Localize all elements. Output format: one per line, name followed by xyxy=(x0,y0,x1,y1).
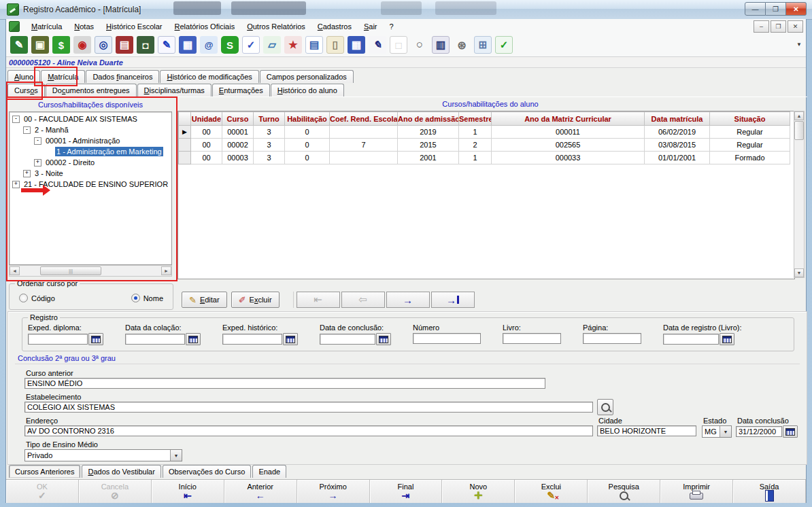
data-colacao-input[interactable] xyxy=(125,334,185,345)
cell[interactable]: 002565 xyxy=(492,139,645,152)
toolbar-overflow-icon[interactable]: ▼ xyxy=(796,41,802,48)
lupa-icon[interactable]: ○ xyxy=(411,36,428,54)
cell[interactable]: 1 xyxy=(459,126,492,139)
editar-button[interactable]: ✎ Editar xyxy=(182,292,227,308)
scroll-right-icon[interactable]: ► xyxy=(161,266,171,275)
cell[interactable]: 00 xyxy=(191,152,222,164)
documento-pesquisa-icon[interactable]: ◎ xyxy=(95,36,112,54)
window-minimize-button[interactable]: — xyxy=(745,2,766,16)
nav-next-record-button[interactable]: → xyxy=(386,292,430,308)
menu-ajuda[interactable]: ? xyxy=(384,20,400,33)
mdi-close-button[interactable]: ✕ xyxy=(788,20,803,33)
window-maximize-button[interactable]: ❐ xyxy=(766,2,786,16)
nav-last-record-button[interactable]: → xyxy=(431,292,475,308)
tree-node-direito[interactable]: + 00002 - Direito xyxy=(10,157,171,168)
engrenagens-icon[interactable]: ⊛ xyxy=(453,36,471,54)
window-titlebar[interactable]: Registro Acadêmico - [Matrícula] — ❐ ✕ xyxy=(0,0,812,20)
estabelecimento-input[interactable] xyxy=(24,402,593,413)
scroll-up-icon[interactable]: ▲ xyxy=(794,111,804,120)
imprimir-button[interactable]: Imprimir xyxy=(660,480,733,503)
radio-nome[interactable]: Nome xyxy=(131,294,163,302)
cell[interactable]: 2001 xyxy=(398,152,459,164)
cell[interactable]: 2015 xyxy=(398,139,459,152)
tree-node-administracao[interactable]: - 00001 - Administração xyxy=(10,135,171,146)
tab-dados-vestibular[interactable]: Dados do Vestibular xyxy=(82,465,160,478)
tab-enade[interactable]: Enade xyxy=(252,465,286,478)
tree-node-manha[interactable]: - 2 - Manhã xyxy=(10,124,171,135)
tree-horizontal-scrollbar[interactable]: ◄ ||| ► xyxy=(9,265,172,277)
endereco-input[interactable] xyxy=(24,425,593,436)
agenda-grade-icon[interactable]: ▦ xyxy=(348,36,365,54)
data-conclusao-input[interactable] xyxy=(320,334,375,345)
cell[interactable]: 2 xyxy=(459,139,492,152)
radio-checked-icon[interactable] xyxy=(131,294,140,302)
calendar-icon[interactable] xyxy=(186,333,201,345)
col-coef-rend-escolar[interactable]: Coef. Rend. Escolar xyxy=(330,112,398,126)
cell[interactable]: 3 xyxy=(254,139,285,152)
tab-matricula[interactable]: Matrícula xyxy=(41,70,85,83)
col-turno[interactable]: Turno xyxy=(254,112,285,126)
col-ano-admissao[interactable]: Ano de admissão xyxy=(398,112,459,126)
cell[interactable]: Regular xyxy=(710,126,790,139)
chevron-down-icon[interactable]: ▼ xyxy=(170,450,182,461)
ok-button[interactable]: OK ✓ xyxy=(6,480,79,503)
tab-campos-personalizados[interactable]: Campos personalizados xyxy=(260,70,354,83)
menu-notas[interactable]: Notas xyxy=(68,20,100,33)
tab-enturmacoes[interactable]: Enturmações xyxy=(212,84,270,97)
col-data-matricula[interactable]: Data matrícula xyxy=(645,112,710,126)
tree-expand-icon[interactable]: + xyxy=(12,181,20,188)
anterior-button[interactable]: Anterior ← xyxy=(224,480,297,503)
nav-prev-record-button[interactable]: ⇦ xyxy=(341,292,385,308)
cell[interactable]: Regular xyxy=(710,139,790,152)
col-situacao[interactable]: Situação xyxy=(710,112,790,126)
window-close-button[interactable]: ✕ xyxy=(786,2,807,16)
editar-bloco-icon[interactable]: ✎ xyxy=(158,36,175,54)
student-courses-grid[interactable]: Unidade Curso Turno Habilitação Coef. Re… xyxy=(177,111,795,279)
proximo-button[interactable]: Próximo → xyxy=(297,480,370,503)
tab-cursos[interactable]: Cursos xyxy=(7,84,45,97)
nav-first-record-button[interactable]: ⇤ xyxy=(297,292,340,308)
table-row[interactable]: ▶ 00 00001 3 0 2019 1 000011 06/02/2019 … xyxy=(179,126,790,139)
pesquisa-button[interactable]: Pesquisa xyxy=(588,480,660,503)
tree-node-faculdade-aix[interactable]: - 00 - FACULDADE AIX SISTEMAS xyxy=(10,113,171,124)
tree-expand-icon[interactable]: + xyxy=(34,159,41,167)
col-unidade[interactable]: Unidade xyxy=(191,112,222,126)
cell[interactable]: 0 xyxy=(285,126,330,139)
exped-historico-input[interactable] xyxy=(222,334,282,345)
cell[interactable]: 000011 xyxy=(492,126,645,139)
tree-node-administracao-marketing-selected[interactable]: 1 - Administração em Marketing xyxy=(10,146,171,157)
tab-aluno[interactable]: Aluno xyxy=(7,70,40,83)
col-curso[interactable]: Curso xyxy=(222,112,254,126)
calendario-predio-icon[interactable]: ▥ xyxy=(432,36,450,54)
cell[interactable]: 000033 xyxy=(492,152,645,164)
estado-combobox[interactable]: MG ▼ xyxy=(702,425,732,438)
tipo-ensino-combobox[interactable]: Privado ▼ xyxy=(24,449,182,461)
processo-globo-icon[interactable]: ◉ xyxy=(73,36,91,54)
confirmar-icon[interactable]: ✓ xyxy=(495,36,513,54)
menu-outros-relatorios[interactable]: Outros Relatórios xyxy=(241,20,311,33)
tab-observacoes-curso[interactable]: Observações do Curso xyxy=(163,465,252,478)
col-ano-matriz-curricular[interactable]: Ano da Matriz Curricular xyxy=(492,112,645,126)
cell[interactable]: 00 xyxy=(191,139,222,152)
turma-computer-icon[interactable]: ▣ xyxy=(31,36,49,54)
exclui-button[interactable]: Exclui ✎ xyxy=(515,480,588,503)
quadro-vazio-icon[interactable]: □ xyxy=(390,36,407,54)
matricula-board-icon[interactable]: ✎ xyxy=(10,36,28,54)
numero-input[interactable] xyxy=(413,333,481,344)
menu-sair[interactable]: Sair xyxy=(358,20,384,33)
excluir-button[interactable]: ✐ Excluir xyxy=(231,292,280,308)
foto-camera-icon[interactable]: ◘ xyxy=(137,36,154,54)
cell[interactable] xyxy=(330,152,398,164)
cell[interactable]: 1 xyxy=(459,152,492,164)
cidade-input[interactable] xyxy=(597,425,696,436)
tab-historico-modificacoes[interactable]: Histórico de modificações xyxy=(160,70,258,83)
calendar-icon[interactable] xyxy=(720,333,734,345)
menu-matricula[interactable]: Matrícula xyxy=(25,20,68,33)
scrollbar-thumb[interactable] xyxy=(794,121,804,140)
tab-disciplinas-turmas[interactable]: Disciplinas/turmas xyxy=(137,84,212,97)
listagem-icon[interactable]: ▤ xyxy=(305,36,323,54)
cell[interactable]: 3 xyxy=(254,126,285,139)
validacao-doc-icon[interactable]: ✓ xyxy=(242,36,260,54)
tab-documentos-entregues[interactable]: Documentos entregues xyxy=(46,84,137,97)
etiquetas-icon[interactable]: ▱ xyxy=(263,36,281,54)
